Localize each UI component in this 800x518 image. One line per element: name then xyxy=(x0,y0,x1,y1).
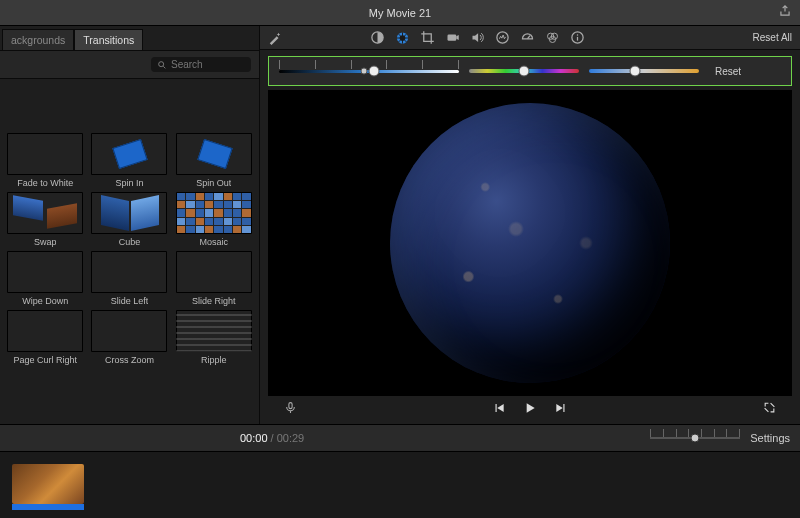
transition-thumbnail xyxy=(7,310,83,352)
timeline[interactable] xyxy=(0,452,800,518)
stabilization-icon[interactable] xyxy=(445,30,460,45)
transition-item[interactable]: Cube xyxy=(90,192,168,247)
transition-thumbnail xyxy=(91,251,167,293)
svg-rect-18 xyxy=(289,403,292,409)
tab-transitions[interactable]: Transitions xyxy=(74,29,143,50)
settings-button[interactable]: Settings xyxy=(750,432,790,444)
transition-thumbnail xyxy=(91,192,167,234)
transition-item[interactable]: Mosaic xyxy=(175,192,253,247)
browser-panel: ackgrounds Transitions Fade to WhiteSpin… xyxy=(0,26,260,424)
viewer-panel: Reset All Reset xyxy=(260,26,800,424)
adjust-toolbar: Reset All xyxy=(260,26,800,50)
saturation-slider[interactable] xyxy=(469,63,579,79)
zoom-slider[interactable] xyxy=(650,432,740,444)
transition-label: Mosaic xyxy=(200,237,229,247)
transition-item[interactable]: Slide Left xyxy=(90,251,168,306)
timeline-header: 00:00 / 00:29 Settings xyxy=(0,424,800,452)
transition-item[interactable]: Spin In xyxy=(90,133,168,188)
transition-label: Wipe Down xyxy=(22,296,68,306)
transition-item[interactable]: Spin Out xyxy=(175,133,253,188)
transition-label: Slide Left xyxy=(111,296,149,306)
share-icon[interactable] xyxy=(778,4,792,22)
transition-thumbnail xyxy=(91,133,167,175)
svg-rect-17 xyxy=(577,37,578,41)
noise-reduction-icon[interactable] xyxy=(495,30,510,45)
crop-icon[interactable] xyxy=(420,30,435,45)
transition-label: Slide Right xyxy=(192,296,236,306)
transition-item[interactable]: Slide Right xyxy=(175,251,253,306)
transition-thumbnail xyxy=(176,133,252,175)
transition-thumbnail xyxy=(7,192,83,234)
transition-label: Page Curl Right xyxy=(13,355,77,365)
svg-line-1 xyxy=(163,66,165,68)
volume-icon[interactable] xyxy=(470,30,485,45)
svg-rect-9 xyxy=(447,34,456,40)
transition-item[interactable]: Fade to White xyxy=(6,133,84,188)
transition-item[interactable]: Cross Zoom xyxy=(90,310,168,365)
magic-wand-icon[interactable] xyxy=(268,31,282,45)
filters-icon[interactable] xyxy=(545,30,560,45)
transition-thumbnail xyxy=(176,310,252,352)
reset-all-button[interactable]: Reset All xyxy=(753,32,792,43)
info-icon[interactable] xyxy=(570,30,585,45)
color-correction-panel: Reset xyxy=(268,56,792,86)
transition-label: Swap xyxy=(34,237,57,247)
tab-backgrounds[interactable]: ackgrounds xyxy=(2,29,74,50)
playhead-time: 00:00 / 00:29 xyxy=(240,432,304,444)
fullscreen-icon[interactable] xyxy=(763,400,776,418)
search-input[interactable] xyxy=(171,59,241,70)
transition-thumbnail xyxy=(7,251,83,293)
transition-label: Spin In xyxy=(115,178,143,188)
transition-thumbnail xyxy=(91,310,167,352)
play-button[interactable] xyxy=(522,400,538,420)
preview-content xyxy=(390,103,670,383)
speed-icon[interactable] xyxy=(520,30,535,45)
preview-viewer xyxy=(268,90,792,396)
color-balance-icon[interactable] xyxy=(370,30,385,45)
project-title: My Movie 21 xyxy=(369,7,431,19)
search-input-wrap[interactable] xyxy=(151,57,251,72)
transition-label: Spin Out xyxy=(196,178,231,188)
next-button[interactable] xyxy=(554,401,568,419)
exposure-slider[interactable] xyxy=(279,63,459,79)
svg-point-16 xyxy=(577,34,579,36)
transition-thumbnail xyxy=(176,251,252,293)
transition-item[interactable]: Wipe Down xyxy=(6,251,84,306)
prev-button[interactable] xyxy=(492,401,506,419)
transition-item[interactable]: Ripple xyxy=(175,310,253,365)
transition-label: Ripple xyxy=(201,355,227,365)
transition-label: Fade to White xyxy=(17,178,73,188)
temperature-slider[interactable] xyxy=(589,63,699,79)
svg-point-0 xyxy=(159,61,164,66)
voiceover-icon[interactable] xyxy=(284,400,297,418)
transition-item[interactable]: Page Curl Right xyxy=(6,310,84,365)
transition-thumbnail xyxy=(7,133,83,175)
search-icon xyxy=(157,60,167,70)
transition-item[interactable]: Swap xyxy=(6,192,84,247)
transition-label: Cube xyxy=(119,237,141,247)
reset-button[interactable]: Reset xyxy=(709,64,747,79)
titlebar: My Movie 21 xyxy=(0,0,800,26)
timeline-clip[interactable] xyxy=(12,464,84,504)
transition-thumbnail xyxy=(176,192,252,234)
color-correction-icon[interactable] xyxy=(395,30,410,45)
transition-label: Cross Zoom xyxy=(105,355,154,365)
